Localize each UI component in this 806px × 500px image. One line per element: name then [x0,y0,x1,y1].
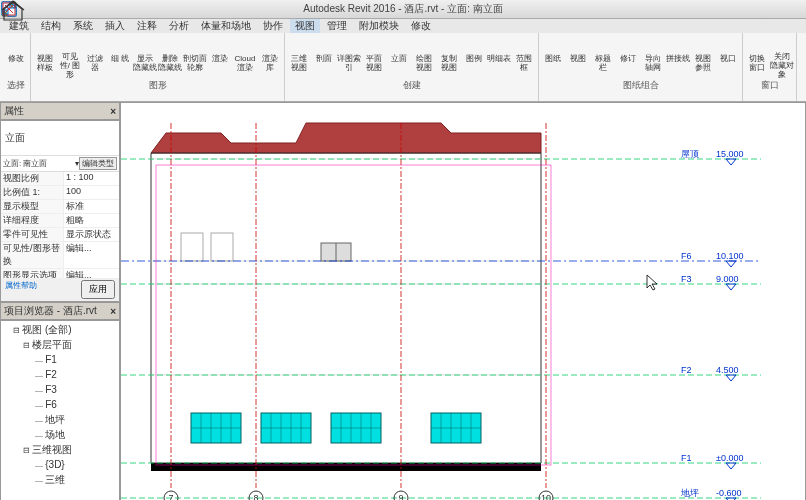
tree-item[interactable]: 三维视图 [3,443,117,458]
browser-header: 项目浏览器 - 酒店.rvt × [0,302,120,320]
scope-button[interactable]: 范围 框 [512,33,536,79]
tree-item[interactable]: 场地 [3,428,117,443]
leg-button[interactable]: 图例 [462,33,486,79]
svg-text:屋顶: 屋顶 [681,149,699,159]
switch-button[interactable]: 切换 窗口 [745,33,769,79]
close-icon[interactable]: × [110,106,116,117]
property-row[interactable]: 图形显示选项编辑... [1,269,119,278]
apply-button[interactable]: 应用 [81,280,115,299]
tree-item[interactable]: F6 [3,398,117,413]
svg-text:10: 10 [541,493,551,500]
rev-button[interactable]: 修订 [616,33,640,79]
view-button[interactable]: 视图 [566,33,590,79]
plan-button[interactable]: 平面 视图 [362,33,386,79]
svg-text:10.100: 10.100 [716,251,744,261]
cut-button[interactable]: 剖切面 轮廓 [183,33,207,79]
sched-button[interactable]: 明细表 [487,33,511,79]
app-title: Autodesk Revit 2016 - 酒店.rvt - 立面: 南立面 [303,3,503,14]
svg-text:7: 7 [168,493,173,500]
tree-item[interactable]: {3D} [3,458,117,473]
tree-item[interactable]: F2 [3,368,117,383]
svg-text:F2: F2 [681,365,692,375]
rend-button[interactable]: 渲染 [208,33,232,79]
sheet-button[interactable]: 图纸 [541,33,565,79]
svg-text:-0.600: -0.600 [716,488,742,498]
tree-item[interactable]: F3 [3,383,117,398]
property-row[interactable]: 显示模型标准 [1,200,119,214]
cursor-button[interactable]: 修改 [4,33,28,79]
close-button[interactable]: 关闭 隐藏对象 [770,33,794,79]
thin-button[interactable]: 细 线 [108,33,132,79]
elev-button[interactable]: 立面 [387,33,411,79]
tree-item[interactable]: 三维 [3,473,117,488]
vis-button[interactable]: 可见性/ 图形 [58,33,82,79]
draft-button[interactable]: 绘图 视图 [412,33,436,79]
view-type-label: 立面 [5,131,25,145]
vref-button[interactable]: A视图 参照 [691,33,715,79]
3d-button[interactable]: 三维 视图 [287,33,311,79]
family-selector[interactable]: 立面: 南立面 [3,158,75,169]
svg-rect-89 [151,463,541,471]
tab-9[interactable]: 管理 [322,19,352,33]
det-button[interactable]: 详图索引 [337,33,361,79]
filt-button[interactable]: 过滤 器 [83,33,107,79]
cursor-icon [646,274,660,292]
svg-text:±0.000: ±0.000 [716,453,743,463]
tab-3[interactable]: 插入 [100,19,130,33]
ribbon-tabs: 建筑结构系统插入注释分析体量和场地协作视图管理附加模块修改 [0,19,806,33]
svg-text:9: 9 [398,493,403,500]
property-row[interactable]: 可见性/图形替换编辑... [1,242,119,269]
dup-button[interactable]: 复制 视图 [437,33,461,79]
drawing-canvas[interactable]: 屋顶15.000F610.100F39.000F24.500F1±0.000地坪… [120,102,806,500]
properties-help[interactable]: 属性帮助 [5,280,37,291]
tree-item[interactable]: 地坪 [3,413,117,428]
tab-2[interactable]: 系统 [68,19,98,33]
property-row[interactable]: 比例值 1:100 [1,186,119,200]
tab-7[interactable]: 协作 [258,19,288,33]
tree-item[interactable]: F1 [3,353,117,368]
property-row[interactable]: 视图比例1 : 100 [1,172,119,186]
svg-rect-87 [181,233,203,261]
tab-10[interactable]: 附加模块 [354,19,404,33]
project-browser[interactable]: 视图 (全部)楼层平面F1F2F3F6地坪场地三维视图{3D}三维 [0,320,120,500]
match-button[interactable]: 拼接线 [666,33,690,79]
tab-11[interactable]: 修改 [406,19,436,33]
svg-text:9.000: 9.000 [716,274,739,284]
tab-1[interactable]: 结构 [36,19,66,33]
svg-text:F1: F1 [681,453,692,463]
property-row[interactable]: 零件可见性显示原状态 [1,228,119,242]
ribbon: 修改选择视图 样板可见性/ 图形过滤 器细 线显示 隐藏线删除 隐藏线剖切面 轮… [0,33,806,102]
titlebar: Autodesk Revit 2016 - 酒店.rvt - 立面: 南立面 [0,0,806,19]
svg-marker-54 [151,123,541,153]
vt-button[interactable]: 视图 样板 [33,33,57,79]
show-button[interactable]: 显示 隐藏线 [133,33,157,79]
edit-type-button[interactable]: 编辑类型 [79,157,117,170]
tab-4[interactable]: 注释 [132,19,162,33]
properties-panel: 立面 立面: 南立面 ▾ 编辑类型 视图比例1 : 100比例值 1:100显示… [0,120,120,302]
remh-button[interactable]: 删除 隐藏线 [158,33,182,79]
tree-item[interactable]: 楼层平面 [3,338,117,353]
property-row[interactable]: 详细程度粗略 [1,214,119,228]
guide-button[interactable]: 导向 轴网 [641,33,665,79]
tree-item[interactable]: 视图 (全部) [3,323,117,338]
cloud-button[interactable]: Cloud 渲染 [233,33,257,79]
svg-text:地坪: 地坪 [680,488,699,498]
svg-text:4.500: 4.500 [716,365,739,375]
tab-5[interactable]: 分析 [164,19,194,33]
close-icon[interactable]: × [110,306,116,317]
svg-text:F6: F6 [681,251,692,261]
sect-button[interactable]: 剖面 [312,33,336,79]
tab-6[interactable]: 体量和场地 [196,19,256,33]
properties-header: 属性 × [0,102,120,120]
svg-text:15.000: 15.000 [716,149,744,159]
svg-rect-88 [211,233,233,261]
tab-8[interactable]: 视图 [290,19,320,33]
svg-text:8: 8 [253,493,258,500]
svg-text:F3: F3 [681,274,692,284]
tblk-button[interactable]: 标题 栏 [591,33,615,79]
gal-button[interactable]: 渲染 库 [258,33,282,79]
vport-button[interactable]: 视口 [716,33,740,79]
